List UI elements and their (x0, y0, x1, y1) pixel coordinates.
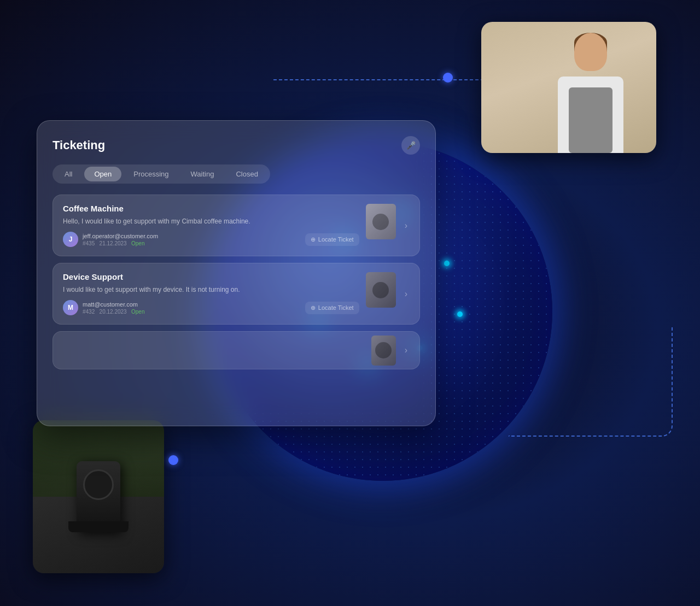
ticket-image-1 (366, 204, 396, 239)
ticket-meta-1: J jeff.operator@customer.com #435 21.12.… (63, 232, 359, 247)
ticket-desc-2: I would like to get support with my devi… (63, 285, 359, 295)
tab-open[interactable]: Open (84, 167, 121, 181)
person-illustration (541, 33, 640, 153)
ticket-title-2: Device Support (63, 272, 359, 281)
globe-light-3 (444, 261, 450, 266)
ticket-user-details-1: jeff.operator@customer.com #435 21.12.20… (83, 233, 158, 246)
mic-button[interactable]: 🎤 (401, 136, 420, 155)
coffee-machine-photo (33, 420, 164, 573)
coffee-machine-illustration (77, 461, 120, 532)
filter-tabs: All Open Processing Waiting Closed (52, 164, 270, 184)
mic-icon: 🎤 (406, 141, 416, 150)
locate-icon-1: ⊕ (311, 236, 316, 243)
connector-dot-bottom (168, 455, 178, 465)
locate-btn-2[interactable]: ⊕ Locate Ticket (305, 302, 359, 314)
ticket-user-2: M matt@customer.com #432 20.12.2023 Open (63, 300, 144, 315)
locate-btn-1[interactable]: ⊕ Locate Ticket (305, 233, 359, 246)
ticket-desc-1: Hello, I would like to get support with … (63, 216, 359, 226)
ticket-id-date-1: #435 21.12.2023 Open (83, 240, 158, 246)
tab-closed[interactable]: Closed (226, 167, 267, 181)
tablet-ui: Ticketing 🎤 All Open Processing Waiting … (37, 120, 436, 426)
page-title: Ticketing (52, 138, 105, 152)
ticket-list: Coffee Machine Hello, I would like to ge… (52, 195, 420, 369)
ticket-card-1[interactable]: Coffee Machine Hello, I would like to ge… (52, 195, 420, 256)
ticket-card-2[interactable]: Device Support I would like to get suppo… (52, 263, 420, 325)
ticket-user-1: J jeff.operator@customer.com #435 21.12.… (63, 232, 158, 247)
person-apron (569, 87, 612, 153)
tab-processing[interactable]: Processing (124, 167, 178, 181)
ticket-card-3-partial: › (52, 331, 420, 369)
ticket-user-details-2: matt@customer.com #432 20.12.2023 Open (83, 301, 144, 315)
ticket-info-1: Coffee Machine Hello, I would like to ge… (63, 204, 359, 247)
user-email-2: matt@customer.com (83, 301, 144, 308)
locate-icon-2: ⊕ (311, 304, 316, 311)
ticket-info-2: Device Support I would like to get suppo… (63, 272, 359, 315)
chevron-right-2: › (402, 289, 410, 299)
person-body (558, 77, 623, 153)
photo-top-right (481, 22, 656, 153)
photo-bottom-left (33, 420, 164, 573)
ticket-meta-2: M matt@customer.com #432 20.12.2023 Open (63, 300, 359, 315)
tab-waiting[interactable]: Waiting (181, 167, 224, 181)
chevron-right-3: › (402, 345, 410, 355)
user-avatar-1: J (63, 232, 78, 247)
ticket-image-3 (371, 336, 396, 366)
ticket-image-2 (366, 272, 396, 308)
user-email-1: jeff.operator@customer.com (83, 233, 158, 239)
user-avatar-2: M (63, 300, 78, 315)
person-photo (481, 22, 656, 153)
tab-all[interactable]: All (55, 167, 82, 181)
ticket-title-1: Coffee Machine (63, 204, 359, 213)
connector-dot-top (443, 73, 453, 83)
ticket-id-date-2: #432 20.12.2023 Open (83, 309, 144, 315)
chevron-right-1: › (402, 221, 410, 231)
person-head (574, 33, 607, 71)
tablet-header: Ticketing 🎤 (52, 136, 420, 155)
